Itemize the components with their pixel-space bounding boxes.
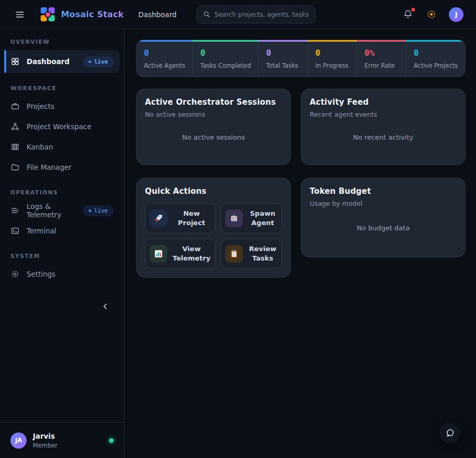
live-badge: live [83, 205, 114, 216]
stat-value: 0 [144, 48, 185, 58]
user-avatar: JA [10, 432, 27, 449]
quick-actions-card: Quick Actions New Project [136, 178, 291, 278]
log-lines-icon [10, 206, 20, 215]
stat-stripe [406, 40, 465, 42]
quick-action-label: Review Tasks [248, 244, 277, 263]
sidebar-item-logs-telemetry[interactable]: Logs & Telemetry live [4, 201, 120, 220]
token-budget-card: Token Budget Usage by model No budget da… [301, 178, 466, 257]
sidebar-item-label: Dashboard [27, 57, 69, 66]
stat-label: Tasks Completed [200, 62, 251, 69]
card-title: Token Budget [310, 187, 457, 196]
card-title: Active Orchestrator Sessions [145, 97, 282, 107]
stat-label: Active Agents [144, 62, 185, 69]
active-indicator [4, 50, 6, 73]
sidebar-item-label: Kanban [27, 143, 53, 151]
section-label-overview: OVERVIEW [10, 39, 114, 45]
live-badge: live [83, 56, 114, 67]
stat-active-projects: 0 Active Projects [406, 40, 465, 77]
stat-value: 0% [364, 48, 398, 58]
notification-dot [411, 8, 415, 11]
stat-label: Error Rate [364, 62, 398, 69]
sidebar-item-kanban[interactable]: Kanban [4, 137, 120, 157]
card-subtitle: No active sessions [145, 110, 282, 118]
stat-label: Total Tasks [266, 62, 300, 69]
quick-action-label: New Project [173, 209, 211, 227]
empty-state-text: No recent activity [310, 118, 457, 156]
theme-toggle-button[interactable] [425, 8, 437, 20]
sidebar-user-footer[interactable]: JA Jarvis Member [0, 422, 124, 458]
network-icon [10, 122, 20, 131]
live-dot-icon [89, 60, 91, 63]
stat-total-tasks: 0 Total Tasks [258, 40, 307, 77]
empty-state-text: No active sessions [145, 118, 282, 156]
sun-icon [426, 9, 436, 19]
sidebar-item-terminal[interactable]: Terminal [4, 221, 120, 241]
menu-toggle-button[interactable] [13, 7, 27, 22]
sidebar-collapse-button[interactable] [98, 299, 113, 314]
live-dot-icon [89, 209, 91, 212]
sidebar: OVERVIEW Dashboard live WORKSPACE [0, 29, 125, 458]
section-label-workspace: WORKSPACE [10, 85, 114, 91]
stat-value: 0 [200, 48, 251, 58]
folder-icon [10, 163, 20, 172]
global-search[interactable] [197, 6, 315, 23]
quick-action-label: Spawn Agent [248, 209, 277, 227]
quick-action-label: View Telemetry [173, 244, 211, 263]
view-telemetry-button[interactable]: View Telemetry [145, 239, 215, 269]
mosaic-logo-icon [41, 7, 55, 21]
stat-label: Active Projects [413, 62, 458, 69]
sidebar-item-projects[interactable]: Projects [4, 96, 120, 116]
rocket-icon [150, 209, 167, 227]
breadcrumb: Dashboard [138, 10, 176, 19]
activity-feed-card: Activity Feed Recent agent events No rec… [301, 89, 466, 165]
gear-icon [10, 269, 20, 279]
robot-icon [225, 209, 243, 227]
stat-value: 0 [315, 48, 349, 58]
stat-in-progress: 0 In Progress [308, 40, 357, 77]
sidebar-item-project-workspace[interactable]: Project Workspace [4, 117, 120, 137]
online-status-dot [109, 438, 114, 443]
briefcase-icon [10, 102, 20, 111]
section-label-system: SYSTEM [10, 253, 114, 259]
sidebar-item-label: Projects [27, 102, 54, 110]
sidebar-item-label: Project Workspace [27, 122, 91, 131]
bar-chart-icon [150, 245, 167, 263]
terminal-icon [10, 226, 20, 236]
stats-row: 0 Active Agents 0 Tasks Completed 0 Tota… [136, 40, 466, 77]
sidebar-item-file-manager[interactable]: File Manager [4, 157, 120, 177]
new-project-button[interactable]: New Project [145, 203, 215, 233]
stat-stripe [192, 40, 258, 42]
quick-actions-grid: New Project [145, 203, 282, 269]
chat-fab-button[interactable] [440, 423, 460, 443]
stat-label: In Progress [315, 62, 349, 69]
card-title: Activity Feed [310, 97, 457, 107]
sidebar-nav: OVERVIEW Dashboard live WORKSPACE [0, 29, 124, 422]
top-bar: Mosaic Stack Dashboard [0, 0, 476, 29]
search-input[interactable] [215, 11, 309, 18]
sidebar-item-settings[interactable]: Settings [4, 264, 120, 284]
card-subtitle: Usage by model [310, 200, 457, 207]
card-subtitle: Recent agent events [310, 110, 457, 118]
spawn-agent-button[interactable]: Spawn Agent [221, 203, 282, 233]
stat-stripe [258, 40, 307, 42]
sidebar-item-label: Settings [27, 270, 55, 278]
user-avatar-button[interactable]: J [449, 7, 463, 22]
review-tasks-button[interactable]: Review Tasks [221, 239, 282, 269]
notifications-button[interactable] [402, 8, 414, 20]
topbar-actions: J [402, 7, 463, 22]
hamburger-icon [15, 9, 25, 20]
chevron-left-icon [101, 302, 109, 311]
stat-value: 0 [413, 48, 458, 58]
sidebar-item-label: File Manager [27, 163, 71, 171]
stat-error-rate: 0% Error Rate [357, 40, 406, 77]
clipboard-icon [225, 245, 243, 263]
brand-title: Mosaic Stack [61, 9, 124, 19]
stat-active-agents: 0 Active Agents [137, 40, 192, 77]
user-role: Member [33, 442, 57, 449]
stat-stripe [136, 40, 192, 42]
sidebar-item-label: Terminal [27, 227, 56, 235]
sidebar-item-dashboard[interactable]: Dashboard live [4, 50, 120, 73]
search-icon [203, 10, 211, 18]
stat-tasks-completed: 0 Tasks Completed [192, 40, 258, 77]
stat-stripe [357, 40, 406, 42]
